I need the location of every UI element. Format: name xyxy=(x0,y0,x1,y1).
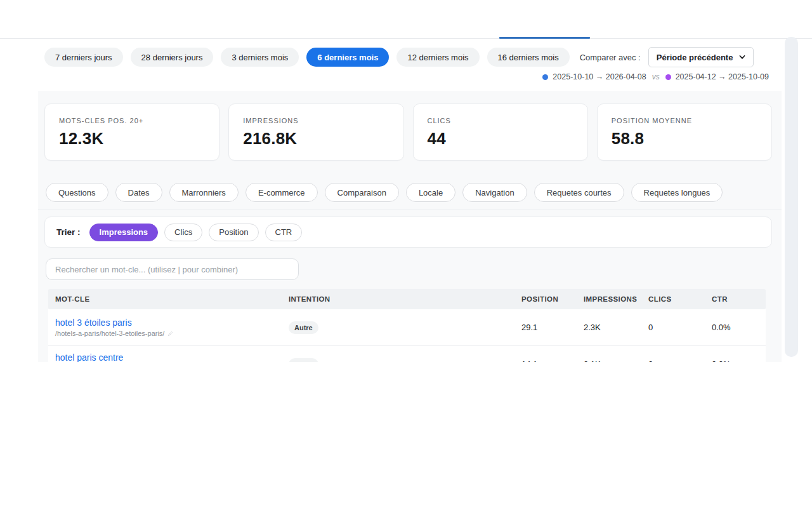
keyword-search xyxy=(46,258,299,280)
sort-label: Trier : xyxy=(56,227,81,237)
sort-bar: Trier : Impressions Clics Position CTR xyxy=(44,217,772,248)
page: 7 derniers jours 28 derniers jours 3 der… xyxy=(0,0,812,508)
comparison-legend: 2025-10-10 → 2026-04-08 vs 2025-04-12 → … xyxy=(542,72,769,81)
metric-card-impressions: IMPRESSIONS 216.8K xyxy=(228,104,403,161)
metric-label: IMPRESSIONS xyxy=(243,117,389,124)
keyword-link[interactable]: hotel 3 étoiles paris xyxy=(55,318,289,328)
sort-pill-ctr[interactable]: CTR xyxy=(265,224,303,241)
previous-period-dot-icon xyxy=(665,74,671,80)
metric-value: 58.8 xyxy=(612,129,757,149)
keyword-link[interactable]: hotel paris centre xyxy=(55,352,289,362)
category-pill-navigation[interactable]: Navigation xyxy=(462,183,527,202)
period-filter-row: 7 derniers jours 28 derniers jours 3 der… xyxy=(44,47,754,67)
keyword-cell: hotel paris centre xyxy=(55,346,289,362)
keywords-table: MOT-CLE INTENTION POSITION IMPRESSIONS C… xyxy=(48,289,766,362)
sort-pill-impressions[interactable]: Impressions xyxy=(89,224,159,241)
column-header-impressions[interactable]: IMPRESSIONS xyxy=(584,295,648,303)
metric-value: 44 xyxy=(428,129,573,149)
metric-label: MOTS-CLES POS. 20+ xyxy=(59,117,205,124)
top-tab-strip xyxy=(0,0,812,39)
clics-cell: 0 xyxy=(648,323,712,332)
current-period-range: 2025-10-10 → 2026-04-08 xyxy=(553,72,646,81)
section-divider xyxy=(38,210,782,210)
position-cell: 29.1 xyxy=(521,323,584,332)
keyword-search-input[interactable] xyxy=(46,258,299,280)
period-button-16-mois[interactable]: 16 derniers mois xyxy=(487,48,570,67)
category-filter-row: Questions Dates Marronniers E-commerce C… xyxy=(46,183,723,202)
impressions-cell: 2.1K xyxy=(584,359,648,362)
previous-period-range: 2025-04-12 → 2025-10-09 xyxy=(676,72,769,81)
vs-label: vs xyxy=(652,72,660,81)
ctr-cell: 0.0% xyxy=(712,323,766,332)
current-period-dot-icon xyxy=(542,74,548,80)
sort-pill-position[interactable]: Position xyxy=(209,224,258,241)
column-header-ctr[interactable]: CTR xyxy=(712,295,766,303)
impressions-cell: 2.3K xyxy=(584,323,648,332)
category-pill-ecommerce[interactable]: E-commerce xyxy=(246,183,318,202)
metric-card-clics: CLICS 44 xyxy=(413,104,588,161)
vertical-scrollbar[interactable] xyxy=(785,37,798,357)
column-header-intention[interactable]: INTENTION xyxy=(289,295,521,303)
edit-pencil-icon[interactable] xyxy=(167,331,173,337)
metric-value: 216.8K xyxy=(243,129,389,149)
keyword-url: /hotels-a-paris/hotel-3-etoiles-paris/ xyxy=(55,330,289,337)
intention-badge: Autre xyxy=(289,321,318,334)
category-pill-requetes-courtes[interactable]: Requetes courtes xyxy=(534,183,624,202)
category-pill-locale[interactable]: Locale xyxy=(406,183,455,202)
table-header-row: MOT-CLE INTENTION POSITION IMPRESSIONS C… xyxy=(48,289,766,309)
keyword-url-text: /hotels-a-paris/hotel-3-etoiles-paris/ xyxy=(55,330,164,337)
period-button-7-jours[interactable]: 7 derniers jours xyxy=(44,48,123,67)
ctr-cell: 0.0% xyxy=(712,359,766,362)
column-header-position[interactable]: POSITION xyxy=(521,295,584,303)
period-filter-band: 7 derniers jours 28 derniers jours 3 der… xyxy=(0,39,812,91)
category-pill-dates[interactable]: Dates xyxy=(115,183,162,202)
metric-card-position-moyenne: POSITION MOYENNE 58.8 xyxy=(597,104,772,161)
compare-with-label: Comparer avec : xyxy=(580,53,641,62)
column-header-clics[interactable]: CLICS xyxy=(648,295,712,303)
period-button-3-mois[interactable]: 3 derniers mois xyxy=(221,48,299,67)
metric-label: POSITION MOYENNE xyxy=(612,117,757,124)
content-panel: MOTS-CLES POS. 20+ 12.3K IMPRESSIONS 216… xyxy=(38,91,782,362)
clics-cell: 0 xyxy=(648,359,712,362)
metric-label: CLICS xyxy=(428,117,573,124)
category-pill-comparaison[interactable]: Comparaison xyxy=(325,183,399,202)
compare-period-select[interactable]: Période précédente xyxy=(648,47,754,67)
intention-cell: Autre xyxy=(289,321,521,334)
category-pill-requetes-longues[interactable]: Requetes longues xyxy=(631,183,723,202)
period-button-6-mois[interactable]: 6 derniers mois xyxy=(306,48,389,67)
keyword-cell: hotel 3 étoiles paris /hotels-a-paris/ho… xyxy=(55,318,289,337)
period-button-28-jours[interactable]: 28 derniers jours xyxy=(131,48,214,67)
category-pill-questions[interactable]: Questions xyxy=(46,183,108,202)
intention-badge: Autre xyxy=(289,358,318,363)
sort-pill-clics[interactable]: Clics xyxy=(164,224,202,241)
metric-value: 12.3K xyxy=(59,129,205,149)
period-button-12-mois[interactable]: 12 derniers mois xyxy=(396,48,479,67)
column-header-mot-cle[interactable]: MOT-CLE xyxy=(55,295,289,303)
chevron-down-icon xyxy=(739,54,745,60)
metric-cards: MOTS-CLES POS. 20+ 12.3K IMPRESSIONS 216… xyxy=(44,104,772,161)
table-row: hotel 3 étoiles paris /hotels-a-paris/ho… xyxy=(48,309,766,346)
metric-card-mots-cles: MOTS-CLES POS. 20+ 12.3K xyxy=(44,104,219,161)
position-cell: 14.1 xyxy=(521,359,584,362)
table-row: hotel paris centre Autre 14.1 2.1K 0 0.0… xyxy=(48,346,766,362)
compare-period-value: Période précédente xyxy=(657,53,733,62)
intention-cell: Autre xyxy=(289,358,521,363)
category-pill-marronniers[interactable]: Marronniers xyxy=(169,183,239,202)
